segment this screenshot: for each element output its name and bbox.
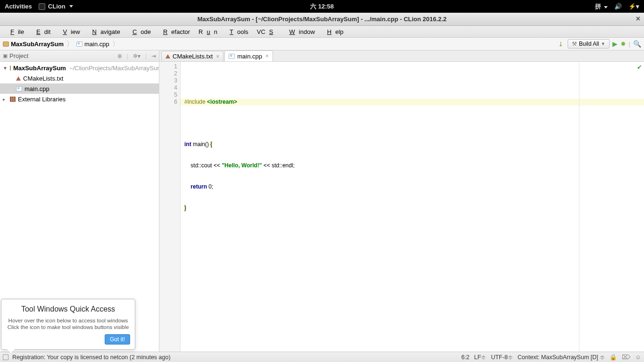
chevron-down-icon (69, 5, 73, 8)
line-number: 5 (159, 91, 177, 99)
tree-root-path: ~/ClionProjects/MaxSubArraySum (69, 65, 159, 72)
window-titlebar: MaxSubArraySum - [~/ClionProjects/MaxSub… (0, 13, 644, 26)
app-menu-label: CLion (48, 3, 66, 10)
breadcrumb-project[interactable]: MaxSubArraySum (11, 41, 64, 48)
tree-item-label: main.cpp (25, 85, 50, 92)
breadcrumb-file[interactable]: main.cpp (84, 41, 109, 48)
menu-tools[interactable]: Tools (222, 27, 252, 37)
run-button[interactable]: ▶ (612, 40, 618, 48)
tab-close-icon[interactable]: × (265, 53, 269, 59)
tree-root[interactable]: ▼ MaxSubArraySum ~/ClionProjects/MaxSubA… (0, 63, 159, 73)
project-pane-header[interactable]: ▣ Project ⊕ | ✲▾ | ⇥ (0, 50, 159, 62)
status-bar: Registration: Your copy is licensed to n… (0, 352, 644, 362)
cpp-file-icon (76, 41, 83, 47)
chevron-down-icon: ▼ (601, 41, 605, 46)
menu-help[interactable]: Help (320, 27, 347, 37)
project-view-icon: ▣ (3, 53, 8, 59)
project-pane-title: Project (9, 52, 28, 59)
volume-icon[interactable]: 🔊 (614, 3, 622, 10)
tool-windows-toggle-icon[interactable] (3, 354, 8, 360)
battery-icon[interactable]: ⚡▾ (628, 3, 639, 10)
menu-vcs[interactable]: VCS (253, 27, 281, 37)
menu-file[interactable]: File (3, 27, 28, 37)
status-message: Registration: Your copy is licensed to n… (12, 354, 171, 361)
hammer-icon: ⚒ (572, 41, 577, 47)
chevron-down-icon (604, 6, 608, 8)
tree-item-label: External Libraries (18, 96, 66, 103)
line-number: 4 (159, 84, 177, 91)
breadcrumb-separator-icon: 〉 (111, 40, 120, 49)
window-close-button[interactable]: × (636, 15, 640, 23)
input-method-indicator[interactable]: 拼 (595, 2, 608, 11)
lock-icon[interactable]: 🔒 (610, 354, 617, 361)
folder-icon (3, 41, 9, 47)
debug-button[interactable]: ✸ (620, 40, 626, 48)
code-editor[interactable]: ✔ #include <iostream> int main() { std::… (181, 62, 644, 352)
editor-gutter[interactable]: 1 2 3 4 5 6 (159, 62, 181, 352)
tree-external-libraries[interactable]: ▸ External Libraries (0, 94, 159, 104)
hide-pane-icon[interactable]: ⇥ (151, 53, 156, 59)
popup-body: Hover over the icon below to access tool… (6, 317, 130, 330)
expand-arrow-icon[interactable]: ▼ (3, 66, 8, 71)
got-it-button[interactable]: Got it! (105, 334, 130, 345)
tool-windows-hint-popup: Tool Windows Quick Access Hover over the… (1, 299, 135, 350)
tree-item-label: CMakeLists.txt (23, 75, 63, 82)
clock[interactable]: 六 12:58 (310, 2, 334, 11)
line-number: 1 (159, 63, 177, 70)
folder-icon (10, 66, 11, 71)
line-number: 2 (159, 70, 177, 77)
menu-run[interactable]: Run (195, 27, 221, 37)
run-config-label: Build All (579, 41, 599, 47)
run-config-selector[interactable]: ⚒ Build All ▼ (568, 39, 610, 49)
tree-item-maincpp[interactable]: main.cpp (0, 83, 159, 94)
tab-label: CMakeLists.txt (173, 53, 213, 60)
editor-tabs: CMakeLists.txt × main.cpp × (159, 50, 644, 62)
popup-title: Tool Windows Quick Access (6, 305, 130, 313)
caret-position[interactable]: 6:2 (461, 354, 469, 361)
scroll-target-icon[interactable]: ⊕ (117, 53, 122, 59)
menu-navigate[interactable]: Navigate (85, 27, 124, 37)
menu-refactor[interactable]: Refactor (156, 27, 194, 37)
context-indicator[interactable]: Context: MaxSubArraySum [D] ≑ (518, 354, 605, 361)
cpp-file-icon (16, 86, 22, 91)
inspection-ok-icon[interactable]: ✔ (637, 64, 642, 71)
tab-maincpp[interactable]: main.cpp × (224, 50, 273, 61)
file-encoding[interactable]: UTF-8≑ (491, 354, 512, 361)
tree-item-cmakelists[interactable]: CMakeLists.txt (0, 73, 159, 83)
menu-edit[interactable]: Edit (29, 27, 54, 37)
search-everywhere-button[interactable]: 🔍 (633, 40, 641, 48)
menu-bar: File Edit View Navigate Code Refactor Ru… (0, 26, 644, 38)
cmake-icon (16, 76, 21, 81)
feedback-icon[interactable]: ☺ (635, 354, 641, 361)
memory-indicator-icon[interactable]: ⌦ (622, 354, 630, 361)
make-project-icon[interactable]: ⤓ (557, 40, 565, 48)
tab-label: main.cpp (237, 53, 262, 60)
app-menu[interactable]: CLion (39, 3, 73, 10)
cpp-file-icon (229, 54, 235, 59)
window-title: MaxSubArraySum - [~/ClionProjects/MaxSub… (198, 16, 446, 23)
activities-button[interactable]: Activities (5, 3, 32, 10)
gear-icon[interactable]: ✲▾ (133, 53, 140, 59)
tab-cmakelists[interactable]: CMakeLists.txt × (161, 51, 223, 61)
line-number: 6 (159, 99, 177, 106)
gnome-top-bar: Activities CLion 六 12:58 拼 🔊 ⚡▾ (0, 0, 644, 13)
library-icon (10, 97, 16, 102)
menu-view[interactable]: View (55, 27, 83, 37)
tree-root-label: MaxSubArraySum (13, 65, 66, 72)
expand-arrow-icon[interactable]: ▸ (3, 97, 8, 102)
tab-close-icon[interactable]: × (216, 53, 219, 60)
breadcrumb-separator-icon: 〉 (66, 40, 74, 49)
cmake-icon (165, 54, 170, 58)
line-separator[interactable]: LF≑ (474, 354, 487, 361)
navigation-bar: MaxSubArraySum 〉 main.cpp 〉 ⤓ ⚒ Build Al… (0, 38, 644, 50)
editor-area: CMakeLists.txt × main.cpp × 1 2 3 4 5 6 … (159, 50, 644, 352)
menu-code[interactable]: Code (125, 27, 155, 37)
line-number: 3 (159, 77, 177, 84)
clion-icon (39, 3, 45, 10)
menu-window[interactable]: Window (282, 27, 319, 37)
